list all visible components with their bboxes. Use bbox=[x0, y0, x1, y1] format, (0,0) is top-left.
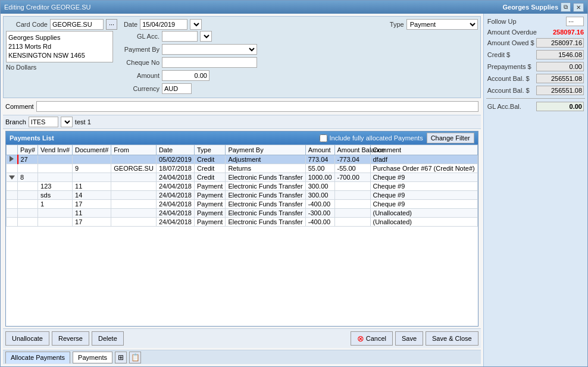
th-amount: Amount bbox=[305, 145, 334, 155]
comment-label: Comment bbox=[5, 103, 34, 110]
table-header-row: Pay# Vend Inv# Document# From Date Type … bbox=[7, 145, 478, 155]
tab-allocate-payments[interactable]: Allocate Payments bbox=[5, 352, 70, 363]
table-row[interactable]: 11724/04/2018PaymentElectronic Funds Tra… bbox=[7, 200, 478, 209]
save-button[interactable]: Save bbox=[395, 331, 423, 346]
delete-button[interactable]: Delete bbox=[92, 331, 124, 346]
th-amount-balance: Amount Balance bbox=[334, 145, 370, 155]
address-line1: Georges Supplies bbox=[8, 33, 111, 42]
gl-acc-row: GL Acc. ▼ bbox=[118, 31, 478, 42]
gl-acc-bal-row: GL Acc.Bal. bbox=[486, 101, 585, 112]
amount-overdue-value: 258097.16 bbox=[542, 29, 584, 36]
cell-vend bbox=[38, 173, 73, 182]
account-bal1-label: Account Bal. $ bbox=[487, 75, 530, 82]
cell-balance: -55.00 bbox=[334, 164, 370, 173]
row-expand-cell[interactable] bbox=[7, 182, 18, 191]
row-expand-cell[interactable] bbox=[7, 173, 18, 182]
no-dollars: No Dollars bbox=[6, 64, 113, 71]
table-row[interactable]: 2705/02/2019CreditAdjustment773.04-773.0… bbox=[7, 155, 478, 164]
cell-amount: -400.00 bbox=[305, 200, 334, 209]
card-code-input[interactable] bbox=[50, 19, 104, 30]
cheque-no-input[interactable] bbox=[162, 57, 257, 68]
currency-label: Currency bbox=[118, 85, 159, 92]
row-expand-cell[interactable] bbox=[7, 155, 18, 164]
row-expand-cell[interactable] bbox=[7, 191, 18, 200]
branch-label: Branch bbox=[5, 118, 26, 126]
cell-from bbox=[111, 200, 157, 209]
table-row[interactable]: 1231124/04/2018PaymentElectronic Funds T… bbox=[7, 182, 478, 191]
card-code-dots-button[interactable]: ··· bbox=[106, 19, 117, 30]
card-code-label: Card Code bbox=[6, 21, 48, 28]
tab-payments[interactable]: Payments bbox=[73, 352, 112, 363]
table-row[interactable]: 1724/04/2018PaymentElectronic Funds Tran… bbox=[7, 218, 478, 227]
prepayments-value bbox=[536, 62, 584, 71]
prepayments-label: Prepayments $ bbox=[487, 63, 531, 70]
cell-date: 18/07/2018 bbox=[156, 164, 194, 173]
cell-from bbox=[111, 191, 157, 200]
type-select[interactable]: Payment bbox=[406, 19, 478, 30]
restore-button[interactable]: ⧉ bbox=[561, 2, 571, 12]
row-expand-cell[interactable] bbox=[7, 209, 18, 218]
cell-date: 24/04/2018 bbox=[156, 209, 194, 218]
table-row[interactable]: 9GEORGE.SU18/07/2018CreditReturns55.00-5… bbox=[7, 164, 478, 173]
top-form: Card Code ··· Date ▼ Type Payment bbox=[3, 16, 481, 98]
cancel-icon: ⊗ bbox=[357, 334, 364, 343]
row-expand-cell[interactable] bbox=[7, 218, 18, 227]
date-picker[interactable]: ▼ bbox=[190, 19, 202, 30]
address-box: Georges Supplies 2113 Morts Rd KENSINGTO… bbox=[6, 31, 113, 62]
gl-acc-input[interactable] bbox=[162, 31, 198, 42]
amount-row: Amount bbox=[118, 70, 478, 81]
account-bal2-label: Account Bal. $ bbox=[487, 87, 530, 94]
th-from: From bbox=[111, 145, 157, 155]
date-input[interactable] bbox=[140, 19, 187, 30]
table-row[interactable]: 1124/04/2018PaymentElectronic Funds Tran… bbox=[7, 209, 478, 218]
table-row[interactable]: 824/04/2018CreditElectronic Funds Transf… bbox=[7, 173, 478, 182]
cell-payment_by: Electronic Funds Transfer bbox=[226, 191, 305, 200]
gl-acc-select[interactable]: ▼ bbox=[200, 31, 212, 42]
change-filter-button[interactable]: Change Filter bbox=[427, 133, 474, 143]
payment-by-select[interactable] bbox=[162, 44, 257, 55]
cell-balance bbox=[334, 209, 370, 218]
comment-input[interactable] bbox=[36, 101, 478, 112]
branch-input[interactable] bbox=[29, 117, 58, 127]
cell-pay bbox=[18, 164, 38, 173]
th-vend: Vend Inv# bbox=[38, 145, 73, 155]
cell-payment_by: Electronic Funds Transfer bbox=[226, 173, 305, 182]
cell-balance bbox=[334, 182, 370, 191]
close-button[interactable]: ✕ bbox=[573, 3, 584, 12]
cell-amount: 773.04 bbox=[305, 155, 334, 164]
amount-owed-row: Amount Owed $ bbox=[486, 37, 585, 48]
cell-comment: Cheque #9 bbox=[370, 191, 477, 200]
table-row[interactable]: sds1424/04/2018PaymentElectronic Funds T… bbox=[7, 191, 478, 200]
cell-pay: 27 bbox=[18, 155, 38, 164]
th-comment: Comment bbox=[370, 145, 477, 155]
address-line2: 2113 Morts Rd bbox=[8, 42, 111, 51]
cell-vend: 1 bbox=[38, 200, 73, 209]
include-allocated-checkbox[interactable] bbox=[320, 134, 327, 142]
branch-select[interactable]: ▼ bbox=[61, 117, 73, 127]
amount-input[interactable] bbox=[162, 70, 209, 81]
unallocate-button[interactable]: Unallocate bbox=[5, 331, 49, 346]
cell-pay bbox=[18, 182, 38, 191]
row-expand-cell[interactable] bbox=[7, 200, 18, 209]
reverse-button[interactable]: Reverse bbox=[52, 331, 89, 346]
cancel-button[interactable]: ⊗ Cancel bbox=[351, 331, 393, 346]
account-bal2-row: Account Bal. $ bbox=[486, 85, 585, 96]
comment-row: Comment bbox=[3, 100, 481, 113]
grid-icon[interactable]: ⊞ bbox=[115, 352, 127, 363]
prepayments-row: Prepayments $ bbox=[486, 61, 585, 72]
document-icon[interactable]: 📋 bbox=[129, 352, 141, 363]
expand-arrow-down[interactable] bbox=[9, 175, 15, 180]
currency-input[interactable] bbox=[162, 83, 192, 94]
cell-doc: 11 bbox=[73, 209, 111, 218]
cell-payment_by: Electronic Funds Transfer bbox=[226, 209, 305, 218]
save-close-button[interactable]: Save & Close bbox=[426, 331, 478, 346]
payments-header: Payments List Include fully allocated Pa… bbox=[6, 131, 478, 145]
tab-allocate-payments-label: Allocate Payments bbox=[11, 354, 65, 361]
follow-up-input[interactable] bbox=[566, 17, 584, 26]
expand-arrow-right[interactable] bbox=[10, 156, 14, 162]
th-expand bbox=[7, 145, 18, 155]
account-bal1-value bbox=[536, 74, 584, 83]
row-expand-cell[interactable] bbox=[7, 164, 18, 173]
cell-comment: (Unallocated) bbox=[370, 209, 477, 218]
cell-type: Credit bbox=[194, 173, 225, 182]
